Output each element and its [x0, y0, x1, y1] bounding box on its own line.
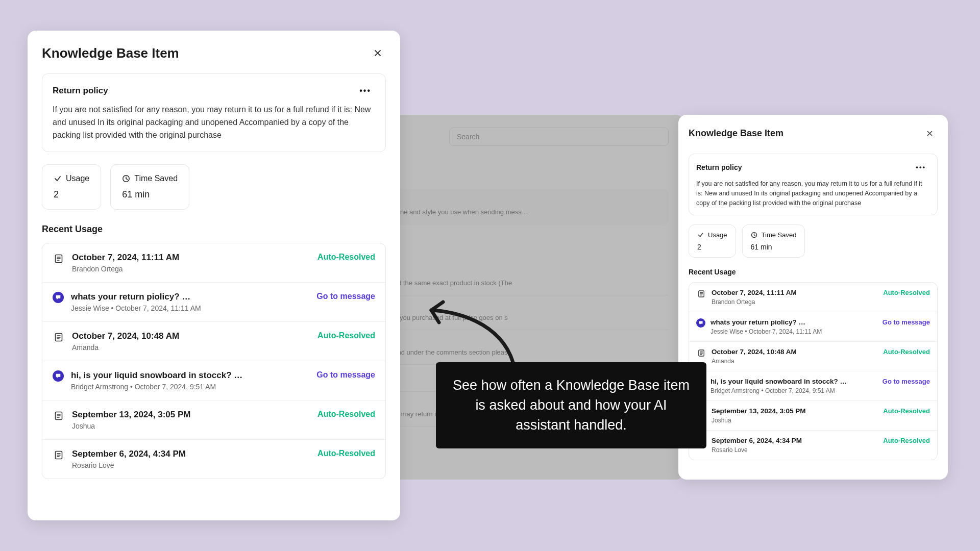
usage-stat: Usage 2 [42, 164, 101, 210]
policy-card: Return policy ••• If you are not satisfi… [42, 73, 386, 152]
more-menu-button[interactable]: ••• [355, 84, 375, 97]
callout-text: See how often a Knowledge Base item is a… [436, 362, 706, 448]
document-icon [53, 331, 65, 343]
panel-title: Knowledge Base Item [42, 45, 179, 61]
chat-icon [53, 292, 64, 303]
recent-usage-heading: Recent Usage [689, 268, 938, 276]
go-to-message-link[interactable]: Go to message [316, 292, 375, 301]
usage-row-title: September 13, 2024, 3:05 PM [712, 407, 878, 415]
usage-row-subtitle: Bridget Armstrong • October 7, 2024, 9:5… [71, 383, 309, 391]
usage-row-subtitle: Brandon Ortega [72, 265, 310, 273]
close-icon [374, 49, 382, 57]
usage-row-subtitle: Joshua [72, 422, 310, 430]
usage-row-title: September 6, 2024, 4:34 PM [712, 437, 878, 444]
usage-row-title: hi, is your liquid snowboard in stocck? … [710, 378, 877, 385]
timesaved-stat: Time Saved 61 min [742, 224, 805, 258]
usage-row[interactable]: September 6, 2024, 4:34 PMRosario LoveAu… [689, 431, 937, 460]
timesaved-label: Time Saved [762, 231, 797, 239]
kb-item-panel-large: Knowledge Base Item Return policy ••• If… [28, 31, 400, 520]
kb-item-panel-small: Knowledge Base Item Return policy ••• If… [678, 115, 948, 480]
usage-row[interactable]: September 13, 2024, 3:05 PMJoshuaAuto-Re… [689, 401, 937, 431]
usage-row[interactable]: October 7, 2024, 10:48 AMAmandaAuto-Reso… [42, 322, 385, 361]
usage-row-subtitle: Joshua [712, 417, 878, 424]
usage-row-title: whats your return piolicy? … [710, 318, 877, 326]
timesaved-value: 61 min [122, 189, 178, 200]
policy-body: If you are not satisfied for any reason,… [53, 104, 375, 141]
go-to-message-link[interactable]: Go to message [883, 378, 930, 385]
usage-row-title: hi, is your liquid snowboard in stocck? … [71, 370, 309, 381]
close-button[interactable] [921, 125, 938, 141]
usage-row[interactable]: October 7, 2024, 10:48 AMAmandaAuto-Reso… [689, 342, 937, 371]
status-auto-resolved: Auto-Resolved [317, 449, 375, 458]
status-auto-resolved: Auto-Resolved [317, 253, 375, 262]
timesaved-stat: Time Saved 61 min [110, 164, 189, 210]
usage-list: October 7, 2024, 11:11 AMBrandon OrtegaA… [689, 282, 938, 460]
check-icon [697, 232, 704, 238]
close-icon [926, 130, 933, 137]
check-icon [54, 174, 62, 183]
usage-list: October 7, 2024, 11:11 AMBrandon OrtegaA… [42, 243, 386, 479]
usage-stat: Usage 2 [689, 224, 736, 258]
usage-label: Usage [708, 231, 727, 239]
policy-body: If you are not satisfied for any reason,… [696, 179, 930, 208]
usage-row-subtitle: Bridget Armstrong • October 7, 2024, 9:5… [710, 387, 877, 394]
close-button[interactable] [370, 45, 386, 61]
usage-row-title: September 6, 2024, 4:34 PM [72, 449, 310, 459]
go-to-message-link[interactable]: Go to message [316, 370, 375, 380]
document-icon [53, 449, 65, 461]
status-auto-resolved: Auto-Resolved [883, 348, 930, 356]
usage-row[interactable]: September 13, 2024, 3:05 PMJoshuaAuto-Re… [42, 400, 385, 440]
usage-value: 2 [54, 189, 89, 200]
document-icon [696, 348, 706, 358]
document-icon [53, 253, 65, 265]
usage-row-subtitle: Amanda [712, 358, 878, 365]
status-auto-resolved: Auto-Resolved [883, 289, 930, 296]
recent-usage-heading: Recent Usage [42, 224, 386, 235]
panel-title: Knowledge Base Item [689, 128, 783, 139]
usage-row-subtitle: Brandon Ortega [712, 298, 878, 306]
usage-row[interactable]: September 6, 2024, 4:34 PMRosario LoveAu… [42, 440, 385, 479]
usage-row-title: October 7, 2024, 11:11 AM [72, 253, 310, 263]
clock-icon [751, 232, 757, 238]
usage-row-subtitle: Rosario Love [72, 461, 310, 469]
usage-row-title: October 7, 2024, 11:11 AM [712, 289, 878, 296]
usage-row-subtitle: Amanda [72, 343, 310, 352]
policy-card: Return policy ••• If you are not satisfi… [689, 154, 938, 215]
usage-row-title: whats your return piolicy? … [71, 292, 309, 302]
clock-icon [122, 174, 130, 183]
status-auto-resolved: Auto-Resolved [883, 407, 930, 415]
usage-row-subtitle: Rosario Love [712, 446, 878, 454]
usage-row[interactable]: October 7, 2024, 11:11 AMBrandon OrtegaA… [42, 243, 385, 283]
usage-row-subtitle: Jessie Wise • October 7, 2024, 11:11 AM [710, 328, 877, 335]
more-menu-button[interactable]: ••• [912, 161, 930, 173]
chat-icon [53, 370, 64, 382]
usage-row[interactable]: hi, is your liquid snowboard in stocck? … [42, 361, 385, 400]
usage-row-title: September 13, 2024, 3:05 PM [72, 410, 310, 420]
document-icon [696, 289, 706, 299]
policy-title: Return policy [53, 86, 108, 96]
usage-row-title: October 7, 2024, 10:48 AM [72, 331, 310, 341]
usage-row-subtitle: Jessie Wise • October 7, 2024, 11:11 AM [71, 304, 309, 312]
usage-row-title: October 7, 2024, 10:48 AM [712, 348, 878, 356]
usage-row[interactable]: October 7, 2024, 11:11 AMBrandon OrtegaA… [689, 283, 937, 312]
timesaved-label: Time Saved [134, 174, 178, 183]
timesaved-value: 61 min [751, 243, 797, 251]
usage-label: Usage [66, 174, 89, 183]
status-auto-resolved: Auto-Resolved [883, 437, 930, 444]
go-to-message-link[interactable]: Go to message [883, 318, 930, 326]
document-icon [53, 410, 65, 422]
chat-icon [696, 318, 705, 328]
status-auto-resolved: Auto-Resolved [317, 331, 375, 340]
usage-row[interactable]: whats your return piolicy? …Jessie Wise … [689, 312, 937, 342]
usage-value: 2 [697, 243, 727, 251]
status-auto-resolved: Auto-Resolved [317, 410, 375, 419]
policy-title: Return policy [696, 163, 742, 171]
usage-row[interactable]: whats your return piolicy? …Jessie Wise … [42, 283, 385, 322]
usage-row[interactable]: hi, is your liquid snowboard in stocck? … [689, 371, 937, 401]
